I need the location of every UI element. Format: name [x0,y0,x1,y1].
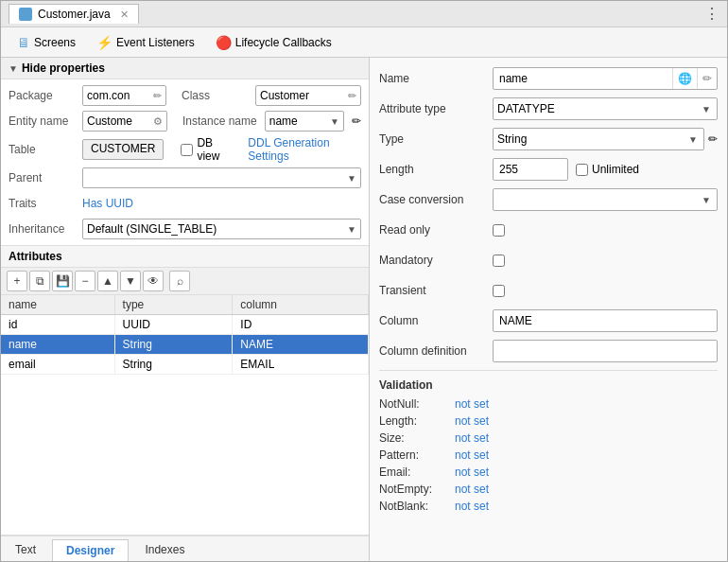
hide-properties-label: Hide properties [22,61,105,75]
attr-column: ID [233,315,369,335]
table-row[interactable]: id UUID ID [1,315,369,335]
package-edit-icon[interactable]: ✏ [149,88,165,104]
instance-name-select[interactable]: name ▼ [265,111,344,132]
validation-notblank-value[interactable]: not set [455,500,489,513]
class-field[interactable] [256,87,344,104]
col-header-type: type [114,295,233,315]
case-conversion-select[interactable]: ▼ [493,188,718,211]
file-tab-icon [19,8,32,21]
hide-properties-header[interactable]: ▼ Hide properties [1,58,369,79]
validation-pattern-value[interactable]: not set [455,448,489,462]
mandatory-row: Mandatory [379,249,718,272]
event-icon: ⚡ [96,35,113,50]
type-edit-icon[interactable]: ✏ [708,132,718,146]
move-up-button[interactable]: ▲ [97,271,118,291]
tab-text[interactable]: Text [1,538,50,561]
read-only-checkbox[interactable] [493,224,505,237]
type-label: Type [379,132,493,146]
column-row: Column NAME [379,309,718,332]
save-attribute-button[interactable]: 💾 [52,271,73,291]
visibility-button[interactable]: 👁 [143,271,164,291]
column-definition-label: Column definition [379,344,493,358]
inheritance-row: Inheritance Default (SINGLE_TABLE) ▼ [9,219,361,239]
mandatory-checkbox[interactable] [493,255,505,267]
package-field[interactable] [83,87,149,104]
lifecycle-callbacks-button[interactable]: 🔴 Lifecycle Callbacks [207,31,340,54]
unlimited-checkbox[interactable] [576,164,588,176]
screens-label: Screens [34,36,76,49]
type-select[interactable]: String ▼ [493,128,704,150]
ddl-settings-link[interactable]: DDL Generation Settings [248,136,361,163]
name-globe-icon[interactable]: 🌐 [672,68,697,89]
tab-designer[interactable]: Designer [52,539,129,561]
parent-dropdown[interactable] [83,171,343,184]
tab-indexes[interactable]: Indexes [130,538,199,561]
attribute-type-dropdown[interactable]: DATATYPE [494,102,696,115]
attr-type: String [114,355,233,375]
db-view-checkbox[interactable] [181,144,193,156]
attr-name: email [1,355,114,375]
transient-checkbox[interactable] [493,285,505,297]
name-field-container[interactable]: name 🌐 ✏ [493,67,718,90]
validation-notnull-value[interactable]: not set [455,397,489,411]
entity-name-input[interactable]: ⚙ [82,111,167,132]
event-listeners-button[interactable]: ⚡ Event Listeners [88,31,203,54]
name-edit-icon[interactable]: ✏ [697,68,717,89]
inheritance-select[interactable]: Default (SINGLE_TABLE) ▼ [82,219,361,239]
validation-length-row: Length: not set [379,414,718,428]
table-row[interactable]: name String NAME [1,335,369,355]
more-options-icon[interactable]: ⋮ [704,5,719,23]
class-edit-icon[interactable]: ✏ [344,88,360,104]
file-tab-label: Customer.java [38,8,111,21]
entity-name-label: Entity name [9,114,75,128]
instance-name-edit-icon[interactable]: ✏ [352,114,361,128]
lifecycle-callbacks-label: Lifecycle Callbacks [235,36,332,49]
move-down-button[interactable]: ▼ [120,271,141,291]
main-content: ▼ Hide properties Package ✏ Class ✏ [1,58,727,561]
add-attribute-button[interactable]: + [7,271,27,291]
class-input[interactable]: ✏ [255,85,361,106]
case-conversion-row: Case conversion ▼ [379,188,718,211]
attributes-header: Attributes [1,245,369,268]
validation-notempty-row: NotEmpty: not set [379,483,718,496]
column-definition-row: Column definition [379,340,718,362]
search-attribute-button[interactable]: ⌕ [169,271,190,291]
validation-notempty-value[interactable]: not set [455,483,489,496]
col-header-name: name [1,295,114,315]
copy-attribute-button[interactable]: ⧉ [29,271,50,291]
unlimited-text: Unlimited [592,163,639,176]
type-dropdown[interactable]: String [494,132,683,146]
validation-length-value[interactable]: not set [455,414,489,428]
parent-select[interactable]: ▼ [82,167,361,188]
close-tab-icon[interactable]: ✕ [120,9,129,21]
lifecycle-icon: 🔴 [216,35,232,50]
validation-pattern-row: Pattern: not set [379,448,718,462]
traits-value[interactable]: Has UUID [82,197,133,210]
tab-text-label: Text [15,543,36,556]
validation-notnull-row: NotNull: not set [379,397,718,411]
instance-name-dropdown[interactable]: name [266,114,326,128]
inheritance-dropdown[interactable]: Default (SINGLE_TABLE) [83,222,343,236]
entity-name-field[interactable] [83,113,149,130]
entity-name-db-icon[interactable]: ⚙ [149,114,166,130]
validation-size-label: Size: [379,431,455,445]
attributes-table: name type column id UUID ID [1,295,369,535]
type-row: Type String ▼ ✏ [379,128,718,150]
event-listeners-label: Event Listeners [116,36,195,49]
package-input[interactable]: ✏ [82,85,166,106]
screens-button[interactable]: 🖥 Screens [9,31,84,54]
length-input[interactable] [493,158,568,181]
length-row: Length Unlimited [379,158,718,181]
traits-row: Traits Has UUID [9,193,361,214]
case-conversion-dropdown[interactable] [494,193,696,206]
attribute-type-select[interactable]: DATATYPE ▼ [493,97,718,120]
db-view-label: DB view [197,136,233,163]
validation-size-value[interactable]: not set [455,431,489,445]
file-tab[interactable]: Customer.java ✕ [9,4,139,24]
table-row[interactable]: email String EMAIL [1,355,369,375]
main-window: Customer.java ✕ ⋮ 🖥 Screens ⚡ Event List… [0,0,728,562]
remove-attribute-button[interactable]: − [75,271,95,291]
validation-email-row: Email: not set [379,465,718,479]
column-definition-input[interactable] [493,340,718,362]
validation-email-value[interactable]: not set [455,465,489,479]
